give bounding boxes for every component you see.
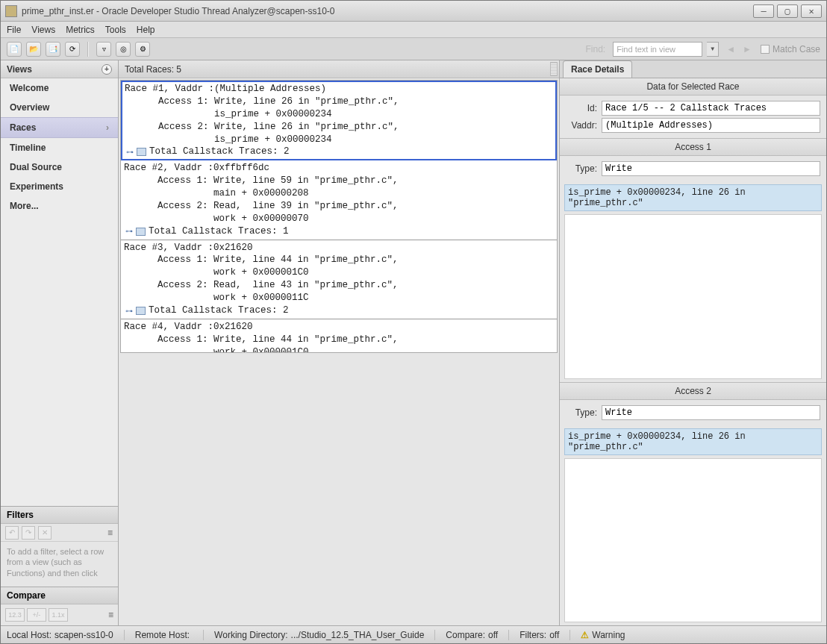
find-dropdown[interactable]: ▼ bbox=[707, 42, 719, 57]
nav-overview[interactable]: Overview bbox=[1, 98, 118, 117]
status-warning[interactable]: Warning bbox=[592, 630, 625, 640]
details-panel: Race Details Data for Selected Race Id: … bbox=[559, 60, 826, 625]
race-item-1[interactable]: Race #1, Vaddr :(Multiple Addresses) Acc… bbox=[121, 81, 557, 160]
maximize-button[interactable]: ▢ bbox=[777, 4, 798, 18]
expand-icon[interactable]: ⊶ bbox=[126, 147, 134, 157]
match-case-label: Match Case bbox=[773, 44, 820, 54]
menu-tools[interactable]: Tools bbox=[105, 25, 126, 35]
compare-btn-2[interactable]: +/- bbox=[27, 608, 46, 622]
folder-icon bbox=[136, 228, 146, 236]
access-2-title: Access 2 bbox=[560, 383, 826, 400]
expand-icon[interactable]: ⊶ bbox=[125, 226, 133, 237]
race-item-4[interactable]: Race #4, Vaddr :0x21620 Access 1: Write,… bbox=[121, 319, 557, 353]
menu-views[interactable]: Views bbox=[31, 25, 55, 35]
race-summary-text: Total Callstack Traces: 2 bbox=[149, 146, 290, 158]
race-summary-text: Total Callstack Traces: 1 bbox=[149, 225, 289, 238]
toolbar-btn-6[interactable]: ◎ bbox=[116, 42, 131, 57]
race-summary-text: Total Callstack Traces: 2 bbox=[149, 304, 289, 317]
id-label: Id: bbox=[566, 103, 597, 113]
race-item-2[interactable]: Race #2, Vaddr :0xffbff6dc Access 1: Wri… bbox=[121, 160, 557, 240]
nav-dual-source[interactable]: Dual Source bbox=[1, 157, 118, 177]
filters-menu-icon[interactable]: ≡ bbox=[107, 528, 113, 538]
compare-btn-1[interactable]: 12.3 bbox=[5, 608, 25, 622]
status-local-value: scapen-ss10-0 bbox=[54, 630, 113, 640]
toolbar-btn-2[interactable]: 📂 bbox=[26, 42, 41, 57]
access-1-block: Access 1 Type: Write is_prime + 0x000002… bbox=[560, 138, 826, 382]
sidebar: Views + Welcome Overview Races › Timelin… bbox=[1, 60, 119, 625]
a1-type-label: Type: bbox=[566, 163, 597, 174]
status-bar: Local Host: scapen-ss10-0 Remote Host: W… bbox=[1, 625, 826, 643]
close-button[interactable]: ✕ bbox=[801, 4, 822, 18]
status-wd-value: .../Studio_12.5_THA_User_Guide bbox=[291, 630, 425, 640]
find-prev-icon[interactable]: ◄ bbox=[726, 44, 735, 54]
menu-help[interactable]: Help bbox=[137, 25, 155, 35]
expand-icon[interactable]: ⊶ bbox=[125, 306, 133, 316]
filter-undo-button[interactable]: ↶ bbox=[5, 526, 19, 540]
vaddr-label: Vaddr: bbox=[566, 120, 597, 131]
access-2-block: Access 2 Type: Write is_prime + 0x000002… bbox=[560, 382, 826, 626]
toolbar-btn-3[interactable]: 📑 bbox=[46, 42, 60, 57]
race-summary-row[interactable]: ⊶Total Callstack Traces: 2 bbox=[124, 304, 554, 317]
a2-callstack-area[interactable] bbox=[564, 458, 822, 623]
toolbar: 📄 📂 📑 ⟳ ▿ ◎ ⚙ Find: Find text in view ▼ … bbox=[1, 38, 826, 60]
status-compare-value: off bbox=[488, 630, 498, 640]
find-next-icon[interactable]: ► bbox=[743, 44, 752, 54]
filters-pane: Filters ↶ ↷ ✕ ≡ To add a filter, select … bbox=[1, 506, 118, 587]
center-header: Total Races: 5 bbox=[119, 60, 559, 78]
nav-experiments[interactable]: Experiments bbox=[1, 177, 118, 196]
panel-grip[interactable] bbox=[550, 62, 558, 76]
warning-icon: ⚠ bbox=[581, 630, 589, 640]
compare-btn-3[interactable]: 1.1x bbox=[49, 608, 68, 622]
filter-icon[interactable]: ▿ bbox=[96, 42, 111, 57]
details-header-block: Id: Race 1/5 -- 2 Callstack Traces Vaddr… bbox=[560, 96, 826, 138]
race-item-3[interactable]: Race #3, Vaddr :0x21620 Access 1: Write,… bbox=[121, 240, 557, 319]
menu-file[interactable]: File bbox=[7, 25, 21, 35]
menu-metrics[interactable]: Metrics bbox=[66, 25, 95, 35]
race-summary-row[interactable]: ⊶Total Callstack Traces: 2 bbox=[125, 146, 553, 158]
nav-more[interactable]: More... bbox=[1, 196, 118, 216]
menu-bar: File Views Metrics Tools Help bbox=[1, 22, 826, 38]
filter-redo-button[interactable]: ↷ bbox=[22, 526, 35, 540]
sidebar-nav: Welcome Overview Races › Timeline Dual S… bbox=[1, 78, 118, 506]
toolbar-btn-4[interactable]: ⟳ bbox=[65, 42, 80, 57]
toolbar-btn-1[interactable]: 📄 bbox=[7, 42, 22, 57]
chevron-right-icon: › bbox=[106, 122, 109, 133]
nav-timeline[interactable]: Timeline bbox=[1, 138, 118, 157]
match-case-checkbox[interactable] bbox=[761, 45, 770, 54]
id-value: Race 1/5 -- 2 Callstack Traces bbox=[602, 101, 820, 116]
sidebar-header: Views + bbox=[1, 60, 118, 78]
title-bar: prime_pthr_inst.er - Oracle Developer St… bbox=[1, 1, 826, 22]
settings-icon[interactable]: ⚙ bbox=[135, 42, 150, 57]
match-case-toggle[interactable]: Match Case bbox=[761, 44, 820, 54]
a1-type-value: Write bbox=[602, 161, 820, 176]
status-filters-value: off bbox=[549, 630, 559, 640]
status-wd-label: Working Directory: bbox=[214, 630, 287, 640]
a1-callstack-area[interactable] bbox=[564, 214, 822, 379]
total-races-label: Total Races: 5 bbox=[125, 64, 181, 75]
race-list[interactable]: Race #1, Vaddr :(Multiple Addresses) Acc… bbox=[120, 80, 558, 353]
compare-menu-icon[interactable]: ≡ bbox=[108, 610, 113, 620]
a1-call-row[interactable]: is_prime + 0x00000234, line 26 in "prime… bbox=[564, 184, 822, 211]
race-details-tab[interactable]: Race Details bbox=[563, 60, 632, 78]
vaddr-value: (Multiple Addresses) bbox=[602, 118, 820, 133]
center-panel: Total Races: 5 Race #1, Vaddr :(Multiple… bbox=[119, 60, 559, 625]
compare-pane: Compare 12.3 +/- 1.1x ≡ bbox=[1, 587, 118, 625]
nav-welcome[interactable]: Welcome bbox=[1, 78, 118, 98]
folder-icon bbox=[136, 307, 146, 315]
a2-type-value: Write bbox=[602, 405, 820, 420]
a2-call-row[interactable]: is_prime + 0x00000234, line 26 in "prime… bbox=[564, 428, 822, 455]
filter-delete-button[interactable]: ✕ bbox=[38, 526, 52, 540]
minimize-button[interactable]: — bbox=[753, 4, 774, 18]
find-input[interactable]: Find text in view bbox=[613, 42, 702, 57]
access-1-title: Access 1 bbox=[560, 139, 826, 156]
add-view-button[interactable]: + bbox=[102, 64, 112, 75]
status-compare-label: Compare: bbox=[446, 630, 485, 640]
toolbar-sep-1 bbox=[87, 42, 89, 57]
find-label: Find: bbox=[586, 44, 606, 54]
status-filters-label: Filters: bbox=[519, 630, 546, 640]
app-icon bbox=[5, 5, 17, 17]
window-title: prime_pthr_inst.er - Oracle Developer St… bbox=[22, 6, 750, 16]
nav-races[interactable]: Races › bbox=[1, 117, 118, 138]
compare-title: Compare bbox=[1, 587, 118, 604]
race-summary-row[interactable]: ⊶Total Callstack Traces: 1 bbox=[124, 225, 554, 238]
